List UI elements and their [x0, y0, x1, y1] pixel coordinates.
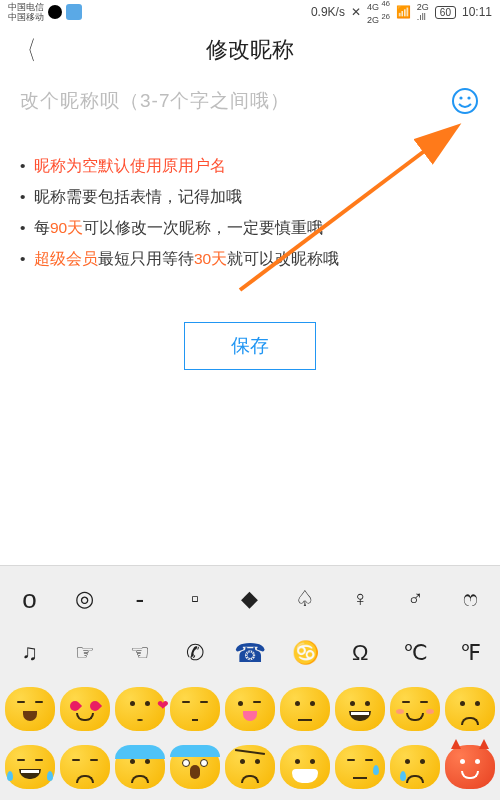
status-bar: 中国电信 中国移动 0.9K/s ✕ 4G 462G 26 📶 2G.ıll 6… — [0, 0, 500, 24]
app-icon — [66, 4, 82, 20]
symbol-row-1: o ◎ - ▫ ◆ ♤ ♀ ♂ ෆ — [2, 572, 498, 626]
nickname-input-row: 改个昵称呗（3-7个字之间哦） — [0, 76, 500, 122]
svg-point-2 — [467, 96, 470, 99]
battery-icon: 60 — [435, 6, 456, 19]
symbol-key[interactable]: ◎ — [61, 586, 109, 612]
emoji-laugh[interactable] — [5, 687, 55, 731]
emoji-scream[interactable] — [170, 745, 220, 789]
svg-point-1 — [459, 96, 462, 99]
emoji-keyboard: o ◎ - ▫ ◆ ♤ ♀ ♂ ෆ ♫ ☞ ☜ ✆ ☎ ♋ Ω ℃ ℉ ❤ — [0, 565, 500, 800]
emoji-kiss[interactable] — [170, 687, 220, 731]
emoji-blush[interactable] — [390, 687, 440, 731]
clock: 10:11 — [462, 5, 492, 19]
smiley-icon — [450, 86, 480, 116]
rule-item: 超级会员最短只用等待30天就可以改昵称哦 — [20, 243, 480, 274]
symbol-key[interactable]: ♂ — [391, 586, 439, 612]
emoji-heart-eyes[interactable] — [60, 687, 110, 731]
emoji-tears-joy[interactable] — [5, 745, 55, 789]
title-bar: 〈 修改昵称 — [0, 24, 500, 76]
emoji-mask[interactable] — [280, 745, 330, 789]
emoji-devil[interactable] — [445, 745, 495, 789]
rules-list: 昵称为空默认使用原用户名 昵称需要包括表情，记得加哦 每90天可以修改一次昵称，… — [0, 122, 500, 274]
emoji-squint[interactable] — [60, 745, 110, 789]
emoji-grin[interactable] — [335, 687, 385, 731]
emoji-cry[interactable] — [390, 745, 440, 789]
symbol-key[interactable]: ◆ — [226, 586, 274, 612]
symbol-key[interactable]: ℃ — [391, 640, 439, 666]
symbol-key[interactable]: - — [116, 584, 164, 615]
symbol-key[interactable]: o — [6, 584, 54, 615]
symbol-key[interactable]: ☞ — [61, 640, 109, 666]
symbol-key[interactable]: ♋ — [281, 640, 329, 666]
svg-point-0 — [453, 89, 477, 113]
carrier-2: 中国移动 — [8, 12, 44, 22]
emoji-row-2 — [2, 738, 498, 796]
rule-item: 每90天可以修改一次昵称，一定要慎重哦 — [20, 212, 480, 243]
qq-icon — [48, 5, 62, 19]
nickname-input[interactable]: 改个昵称呗（3-7个字之间哦） — [20, 88, 440, 114]
emoji-row-1: ❤ — [2, 680, 498, 738]
rule-item: 昵称需要包括表情，记得加哦 — [20, 181, 480, 212]
emoji-cold-sweat[interactable] — [115, 745, 165, 789]
symbol-key[interactable]: ✆ — [171, 640, 219, 666]
page-title: 修改昵称 — [206, 35, 294, 65]
save-button[interactable]: 保存 — [184, 322, 316, 370]
net-speed: 0.9K/s — [311, 5, 345, 19]
symbol-row-2: ♫ ☞ ☜ ✆ ☎ ♋ Ω ℃ ℉ — [2, 626, 498, 680]
symbol-key[interactable]: ℉ — [446, 640, 494, 666]
symbol-key[interactable]: ♫ — [6, 640, 54, 666]
signal-icon: 📶 — [396, 5, 411, 19]
symbol-key[interactable]: ෆ — [446, 586, 494, 612]
phone-icon[interactable]: ☎ — [226, 638, 274, 669]
back-button[interactable]: 〈 — [18, 33, 36, 68]
signal-1: 4G 462G 26 — [367, 0, 390, 25]
emoji-kiss-heart[interactable]: ❤ — [115, 687, 165, 731]
signal-2g: 2G.ıll — [417, 2, 429, 22]
emoji-wink-tongue[interactable] — [225, 687, 275, 731]
emoji-angry[interactable] — [225, 745, 275, 789]
symbol-key[interactable]: ☜ — [116, 640, 164, 666]
symbol-key[interactable]: ♀ — [336, 586, 384, 612]
rule-item: 昵称为空默认使用原用户名 — [20, 150, 480, 181]
emoji-sleepy[interactable] — [335, 745, 385, 789]
symbol-key[interactable]: ▫ — [171, 586, 219, 612]
mute-icon: ✕ — [351, 5, 361, 19]
carrier-1: 中国电信 — [8, 2, 44, 12]
emoji-sad[interactable] — [445, 687, 495, 731]
symbol-key[interactable]: Ω — [336, 640, 384, 666]
symbol-key[interactable]: ♤ — [281, 586, 329, 612]
emoji-neutral[interactable] — [280, 687, 330, 731]
emoji-button[interactable] — [450, 86, 480, 116]
